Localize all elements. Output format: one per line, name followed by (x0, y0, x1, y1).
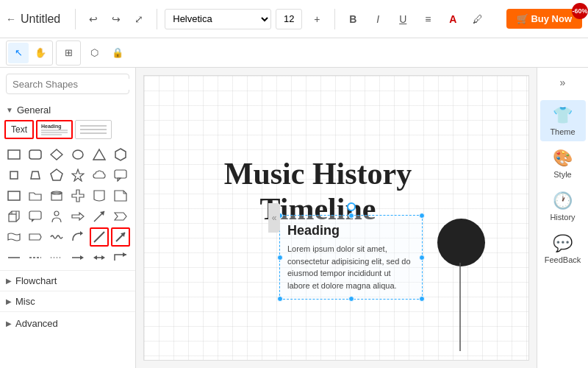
shape-arrow-diag[interactable] (90, 207, 109, 226)
buy-now-label: 🛒 Buy Now (517, 13, 572, 24)
shape-rect2[interactable] (4, 186, 24, 205)
shape-rectangle[interactable] (4, 145, 24, 164)
paint-button[interactable]: 🖊 (467, 9, 488, 29)
lines-shape-cell[interactable] (75, 120, 112, 139)
shape-circle[interactable] (68, 145, 87, 164)
feedback-panel-item[interactable]: 💬 FeedBack (540, 228, 586, 269)
shapes-grid (0, 142, 135, 270)
handle-mr[interactable] (419, 255, 425, 261)
shape-connector[interactable] (111, 248, 130, 267)
underline-button[interactable]: U (392, 9, 413, 29)
theme-icon: 👕 (553, 106, 573, 125)
shape-double-arrow[interactable] (90, 248, 109, 267)
redo-button[interactable]: ↪ (106, 9, 126, 29)
container-tool-button[interactable]: ⊞ (58, 43, 79, 63)
shape-chevron[interactable] (111, 207, 130, 226)
misc-label: Misc (15, 296, 35, 307)
shape-dashed-line[interactable] (26, 248, 45, 267)
feedback-icon: 💬 (553, 234, 573, 253)
text-shape-cell[interactable]: Text (4, 120, 34, 139)
back-button[interactable]: ← (6, 13, 16, 25)
toolbar-row2: ↖ ✋ ⊞ ⬡ 🔒 (0, 38, 588, 68)
shape-box3d[interactable] (4, 207, 24, 226)
align-button[interactable]: ≡ (417, 9, 438, 29)
shape-dotted-line[interactable] (47, 248, 66, 267)
italic-button[interactable]: I (368, 9, 388, 29)
collapse-left-button[interactable]: « (268, 203, 280, 233)
flowchart-category-header[interactable]: ▶ Flowchart (0, 270, 135, 291)
rotation-handle[interactable] (347, 202, 356, 211)
expand-panel-button[interactable]: » (553, 72, 573, 93)
timeline-line (459, 263, 461, 351)
shape-arrow-right[interactable] (68, 207, 87, 226)
shape-triangle[interactable] (90, 145, 109, 164)
shape-tape[interactable] (4, 227, 24, 247)
handle-tm[interactable] (348, 213, 354, 219)
history-panel-item[interactable]: 🕐 History (540, 185, 586, 227)
flowchart-label: Flowchart (15, 275, 57, 286)
theme-label: Theme (550, 127, 575, 136)
search-box[interactable]: 🔍 (6, 74, 129, 94)
font-size-input[interactable] (276, 9, 302, 29)
shape-cylinder[interactable] (47, 186, 66, 205)
shape-rounded-rect[interactable] (26, 145, 45, 164)
font-color-button[interactable]: A (442, 9, 463, 29)
hand-tool-button[interactable]: ✋ (30, 43, 51, 63)
shape-document[interactable] (90, 186, 109, 205)
shape-arrow-up-right[interactable] (111, 227, 130, 247)
shape-arrow-line[interactable] (68, 248, 87, 267)
handle-bm[interactable] (348, 296, 354, 302)
general-category-header[interactable]: ▼ General (0, 100, 135, 118)
theme-panel-item[interactable]: 👕 Theme (540, 100, 586, 141)
shape-star[interactable] (68, 166, 87, 185)
shape-folder[interactable] (26, 186, 45, 205)
font-size-up-button[interactable]: + (306, 9, 327, 29)
circle-shape[interactable] (437, 219, 485, 266)
svg-rect-17 (115, 170, 126, 178)
handle-ml[interactable] (277, 255, 283, 261)
shape-pentagon[interactable] (47, 166, 66, 185)
shape-comment[interactable] (26, 207, 45, 226)
shape-curve-arrow[interactable] (68, 227, 87, 247)
pointer-tool-button[interactable]: ↖ (8, 43, 29, 63)
advanced-category-header[interactable]: ▶ Advanced (0, 311, 135, 335)
handle-tr[interactable] (419, 213, 425, 219)
handle-br[interactable] (419, 296, 425, 302)
heading-box[interactable]: Heading Lorem ipsum dolor sit amet, cons… (279, 215, 423, 300)
handle-bl[interactable] (277, 296, 283, 302)
back-arrow-icon: ← (6, 13, 16, 25)
lock-button[interactable]: 🔒 (107, 43, 128, 63)
shape-wave[interactable] (47, 227, 66, 247)
shape-note[interactable] (111, 186, 130, 205)
divider3 (334, 9, 335, 29)
nav-arrows-group: ↩ ↪ ⤢ (83, 9, 149, 29)
svg-marker-31 (72, 213, 84, 220)
misc-arrow-icon: ▶ (6, 297, 12, 305)
font-family-select[interactable]: Helvetica Arial Times New Roman (165, 9, 271, 29)
search-input[interactable] (12, 79, 136, 90)
shape-diamond[interactable] (47, 145, 66, 164)
style-panel-item[interactable]: 🎨 Style (540, 143, 586, 184)
connect-tool-button[interactable]: ⬡ (84, 43, 104, 63)
misc-category-header[interactable]: ▶ Misc (0, 291, 135, 311)
shape-hexagon[interactable] (111, 145, 130, 164)
shape-cloud[interactable] (90, 166, 109, 185)
shape-diagonal-line[interactable] (90, 227, 109, 247)
shape-parallelogram[interactable] (4, 166, 24, 185)
svg-marker-15 (51, 169, 62, 180)
shape-cross[interactable] (68, 186, 87, 205)
undo-button[interactable]: ↩ (83, 9, 104, 29)
svg-marker-18 (118, 178, 121, 181)
shape-person[interactable] (47, 207, 66, 226)
shape-display[interactable] (26, 227, 45, 247)
divider1 (75, 9, 76, 29)
heading-shape-cell[interactable]: Heading (36, 120, 73, 139)
canvas-area[interactable]: Music History Timeline Heading Lorem ips… (136, 68, 537, 368)
svg-marker-36 (80, 231, 83, 236)
buy-now-button[interactable]: 🛒 Buy Now -60% (506, 9, 582, 29)
shape-line1[interactable] (4, 248, 24, 267)
shape-trapezoid[interactable] (26, 166, 45, 185)
shape-callout[interactable] (111, 166, 130, 185)
fit-button[interactable]: ⤢ (129, 9, 149, 29)
bold-button[interactable]: B (343, 9, 363, 29)
